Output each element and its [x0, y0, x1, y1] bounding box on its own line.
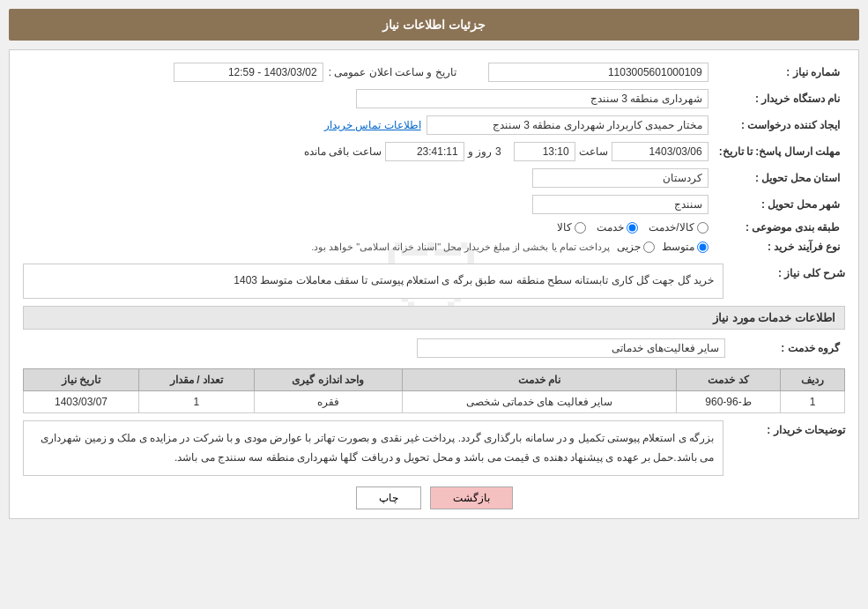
naam-dastgah-label: نام دستگاه خریدار : [714, 85, 845, 112]
roz-word: روز و [468, 145, 492, 158]
noue-farayand-label: نوع فرآیند خرید : [714, 237, 845, 256]
tarikh-saat-value: 1403/03/02 - 12:59 [174, 63, 323, 82]
ettelaat-tamas-link[interactable]: اطلاعات تماس خریدار [324, 119, 421, 131]
radio-jozei-item: جزیی [617, 241, 655, 253]
radio-kala[interactable] [575, 222, 586, 234]
sharh-value: خرید گل جهت گل کاری تابستانه سطح منطقه س… [23, 264, 723, 299]
page-header: جزئیات اطلاعات نیاز [9, 9, 859, 41]
mohlat-label: مهلت ارسال پاسخ: تا تاریخ: [714, 138, 845, 165]
shahr-label: شهر محل تحویل : [714, 191, 845, 218]
shomara-niaz-label: شماره نیاز : [714, 59, 845, 85]
roz-value: 3 [495, 145, 501, 158]
gorouh-label: گروه خدمت : [731, 335, 845, 361]
col-vahed: واحد اندازه گیری [254, 368, 402, 390]
col-naam: نام خدمت [402, 368, 677, 390]
services-table: ردیف کد خدمت نام خدمت واحد اندازه گیری ت… [23, 368, 845, 413]
tarikh-saat-label: تاریخ و ساعت اعلان عمومی : [329, 66, 456, 78]
saat-value: 13:10 [514, 142, 575, 161]
col-tedad: تعداد / مقدار [138, 368, 254, 390]
ostan-value: کردستان [532, 168, 708, 188]
col-code: کد خدمت [677, 368, 781, 390]
time-remain: 23:41:11 [385, 142, 464, 161]
saat-label: ساعت [579, 145, 608, 158]
ostan-label: استان محل تحویل : [714, 165, 845, 191]
gorouh-value: سایر فعالیت‌های خدماتی [417, 338, 725, 358]
tozihat-value: بزرگه ی استعلام پیوستی تکمیل و در سامانه… [23, 420, 723, 477]
shahr-value: سنندج [532, 195, 708, 214]
ijad-konande-label: ایجاد کننده درخواست : [714, 112, 845, 138]
saat-baqi-label: ساعت باقی مانده [304, 145, 382, 158]
col-radif: ردیف [780, 368, 844, 390]
col-tarikh: تاریخ نیاز [24, 368, 139, 390]
naam-dastgah-value: شهرداری منطقه 3 سنندج [356, 89, 708, 108]
back-button[interactable]: بازگشت [430, 486, 513, 509]
tabaqe-label: طبقه بندی موضوعی : [714, 218, 845, 237]
radio-motovaset-item: متوسط [662, 241, 708, 253]
header-title: جزئیات اطلاعات نیاز [382, 18, 486, 32]
radio-kala-khadamat-item: کالا/خدمت [649, 221, 708, 234]
khadamat-section-title: اطلاعات خدمات مورد نیاز [23, 306, 845, 330]
print-button[interactable]: چاپ [356, 486, 421, 509]
button-row: بازگشت چاپ [23, 486, 845, 509]
ijad-konande-value: مختار حمیدی کاربردار شهرداری منطقه 3 سنن… [427, 115, 708, 135]
radio-kala-item: کالا [557, 221, 586, 234]
tozihat-label: توضیحات خریدار : [731, 420, 845, 436]
radio-khadamat[interactable] [627, 222, 638, 234]
farayand-note: پرداخت تمام یا بخشی از مبلغ خریدار محل "… [311, 241, 610, 253]
radio-jozei[interactable] [643, 241, 655, 253]
tarikh-value: 1403/03/06 [612, 142, 708, 161]
shomara-niaz-value: 1103005601000109 [488, 63, 708, 82]
radio-khadamat-item: خدمت [597, 221, 638, 234]
radio-kala-khadamat[interactable] [697, 222, 708, 234]
sharh-label: شرح کلی نیاز : [731, 264, 845, 279]
radio-motovaset[interactable] [697, 241, 708, 253]
table-row: 1ط-96-960سایر فعالیت های خدماتی شخصیفقره… [24, 390, 845, 412]
